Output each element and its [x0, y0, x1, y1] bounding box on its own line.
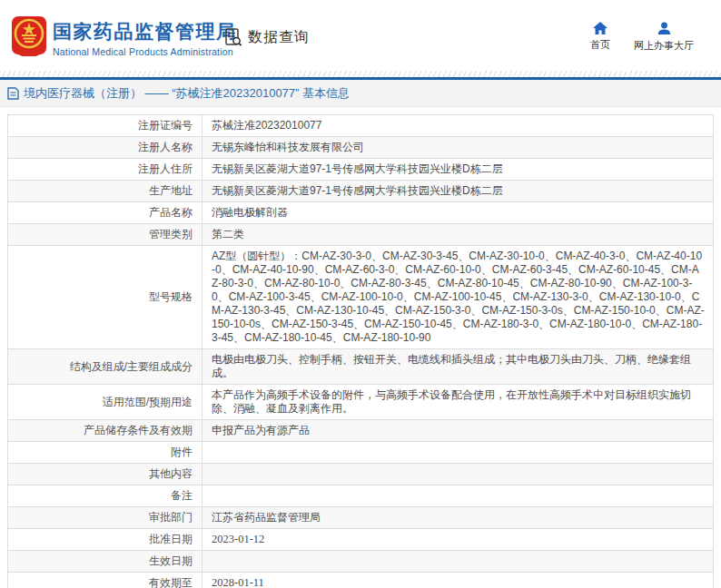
row-value: 电极由电极刀头、控制手柄、按钮开关、电缆线和插头组成；其中电极刀头由刀头、刀柄、… [202, 349, 714, 385]
site-header: 国家药品监督管理局 National Medical Products Admi… [0, 0, 721, 71]
row-label: 附件 [8, 442, 202, 464]
table-row: 注册证编号苏械注准20232010077 [8, 115, 714, 137]
row-value [202, 442, 714, 464]
table-row: 注册人名称无锡东峰怡和科技发展有限公司 [8, 137, 714, 159]
header-hatch-divider [0, 71, 721, 77]
table-row: 型号规格AZ型（圆针型）：CM-AZ-30-3-0、CM-AZ-30-3-45、… [8, 246, 714, 349]
row-label: 注册人住所 [8, 159, 202, 181]
row-value: 无锡东峰怡和科技发展有限公司 [202, 137, 714, 159]
table-row: 产品储存条件及有效期申报产品为有源产品 [8, 420, 714, 442]
nav-online-service-hall[interactable]: 网上办事大厅 [634, 22, 694, 53]
row-value [202, 485, 714, 507]
nav-home-label: 首页 [590, 38, 610, 52]
nav-home[interactable]: 首页 [590, 22, 610, 53]
document-search-icon [223, 27, 243, 47]
row-value: 申报产品为有源产品 [202, 420, 714, 442]
registration-info-table: 注册证编号苏械注准20232010077注册人名称无锡东峰怡和科技发展有限公司注… [7, 114, 714, 588]
table-row: 生效日期 [8, 551, 714, 573]
top-nav: 首页 网上办事大厅 [590, 22, 694, 53]
agency-name-zh: 国家药品监督管理局 [53, 20, 237, 44]
row-value: 无锡新吴区菱湖大道97-1号传感网大学科技园兴业楼D栋二层 [202, 181, 714, 202]
row-label: 产品储存条件及有效期 [8, 420, 202, 442]
row-label: 注册证编号 [8, 115, 202, 137]
table-row: 适用范围/预期用途本产品作为高频手术设备的附件，与高频手术设备配合使用，在开放性… [8, 385, 714, 420]
table-row: 产品名称消融电极解剖器 [8, 202, 714, 224]
table-row: 批准日期2023-01-12 [8, 529, 714, 551]
row-value: 消融电极解剖器 [202, 202, 714, 224]
registration-info-section: 注册证编号苏械注准20232010077注册人名称无锡东峰怡和科技发展有限公司注… [0, 107, 721, 588]
table-row: 注册人住所无锡新吴区菱湖大道97-1号传感网大学科技园兴业楼D栋二层 [8, 159, 714, 181]
table-row: 其他内容 [8, 464, 714, 485]
row-value: 无锡新吴区菱湖大道97-1号传感网大学科技园兴业楼D栋二层 [202, 159, 714, 181]
agency-name-en: National Medical Products Administration [53, 46, 237, 57]
row-label: 生产地址 [8, 181, 202, 202]
data-query-label: 数据查询 [248, 28, 310, 47]
row-value: 江苏省药品监督管理局 [202, 507, 714, 529]
nav-hall-label: 网上办事大厅 [634, 39, 694, 53]
info-table-body: 注册证编号苏械注准20232010077注册人名称无锡东峰怡和科技发展有限公司注… [8, 115, 714, 588]
row-label: 型号规格 [8, 246, 202, 349]
breadcrumb: 境内医疗器械（注册） —— “苏械注准20232010077” 基本信息 [24, 85, 350, 102]
document-icon [7, 87, 19, 100]
row-value [202, 464, 714, 485]
row-value: 第二类 [202, 224, 714, 246]
home-icon [593, 22, 607, 34]
row-value: 2028-01-11 [202, 573, 714, 588]
table-row: 管理类别第二类 [8, 224, 714, 246]
table-row: 生产地址无锡新吴区菱湖大道97-1号传感网大学科技园兴业楼D栋二层 [8, 181, 714, 202]
row-label: 备注 [8, 485, 202, 507]
row-value: 苏械注准20232010077 [202, 115, 714, 137]
row-label: 管理类别 [8, 224, 202, 246]
row-label: 适用范围/预期用途 [8, 385, 202, 420]
person-icon [657, 22, 671, 35]
table-row: 有效期至2028-01-11 [8, 573, 714, 588]
breadcrumb-bar: 境内医疗器械（注册） —— “苏械注准20232010077” 基本信息 [0, 80, 721, 107]
row-label: 有效期至 [8, 573, 202, 588]
table-row: 结构及组成/主要组成成分电极由电极刀头、控制手柄、按钮开关、电缆线和插头组成；其… [8, 349, 714, 385]
row-label: 结构及组成/主要组成成分 [8, 349, 202, 385]
row-label: 注册人名称 [8, 137, 202, 159]
row-label: 批准日期 [8, 529, 202, 551]
national-emblem-logo [11, 16, 47, 56]
row-value: 本产品作为高频手术设备的附件，与高频手术设备配合使用，在开放性高频手术中对目标组… [202, 385, 714, 420]
row-label: 其他内容 [8, 464, 202, 485]
row-value [202, 551, 714, 573]
agency-title-block: 国家药品监督管理局 National Medical Products Admi… [53, 20, 237, 57]
table-row: 审批部门江苏省药品监督管理局 [8, 507, 714, 529]
data-query-button[interactable]: 数据查询 [223, 27, 310, 47]
row-label: 产品名称 [8, 202, 202, 224]
table-row: 附件 [8, 442, 714, 464]
row-label: 审批部门 [8, 507, 202, 529]
row-label: 生效日期 [8, 551, 202, 573]
row-value: AZ型（圆针型）：CM-AZ-30-3-0、CM-AZ-30-3-45、CM-A… [202, 246, 714, 349]
table-row: 备注 [8, 485, 714, 507]
row-value: 2023-01-12 [202, 529, 714, 551]
